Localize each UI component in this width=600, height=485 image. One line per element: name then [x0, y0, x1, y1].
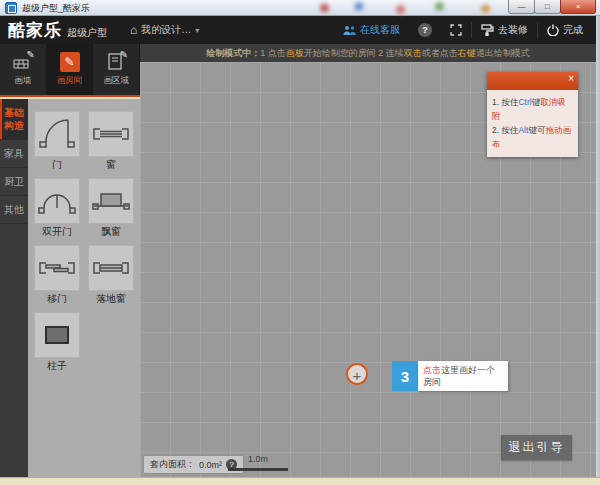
drawing-canvas[interactable]: × 1. 按住Ctrl键取消吸附 2. 按住Alt键可拖动画布 + 3 点击这里…: [140, 62, 596, 477]
bay-window-icon: [91, 181, 131, 221]
logo-sub: 超级户型: [67, 26, 107, 40]
background-blur: [290, 0, 520, 16]
double-door-icon: [37, 181, 77, 221]
tool-label: 画房间: [57, 75, 83, 87]
window-title: 超级户型_酷家乐: [22, 2, 90, 15]
window-bottom-border: [0, 477, 600, 485]
app-header: 酷家乐 超级户型 ⌂ 我的设计… ▾ 在线客服 ?: [0, 16, 600, 44]
snap-tip-line: 1. 按住Ctrl键取消吸附: [492, 95, 573, 123]
tip-key: Ctrl: [518, 97, 531, 107]
palette-item-door[interactable]: 门: [34, 111, 80, 171]
tip-text: 2. 按住: [492, 125, 518, 135]
people-icon: [343, 25, 356, 36]
maximize-icon: □: [545, 2, 550, 11]
hint-highlight: 右键: [458, 47, 476, 60]
finish-button[interactable]: 完成: [538, 23, 592, 37]
hint-highlight: 双击: [404, 47, 422, 60]
app-window: 超级户型_酷家乐 — □ × 酷家乐 超级户型 ⌂ 我的设计… ▾ 在线客服: [0, 0, 600, 485]
pillar-icon: [37, 315, 77, 355]
item-palette: 门 窗 双开门 飘窗: [28, 99, 140, 477]
palette-item-label: 柱子: [34, 359, 80, 372]
guide-action: 点击: [423, 365, 441, 375]
palette-item-label: 飘窗: [88, 225, 134, 238]
snap-tip-body: 1. 按住Ctrl键取消吸附 2. 按住Alt键可拖动画布: [487, 90, 578, 157]
minimize-button[interactable]: —: [508, 0, 535, 14]
window-right-border: [596, 16, 600, 477]
hint-text: 或者点击: [422, 47, 458, 60]
app-icon: [5, 2, 17, 14]
hint-text: 退出绘制模式: [476, 47, 530, 60]
draw-tools-panel: ✎ 画墙 ✎ 画房间 ✎ 画区域: [0, 44, 140, 97]
palette-item-sliding-door[interactable]: 移门: [34, 245, 80, 305]
guide-step-number: 3: [392, 361, 418, 391]
plus-icon: +: [353, 367, 362, 384]
palette-item-double-door[interactable]: 双开门: [34, 178, 80, 238]
close-button[interactable]: ×: [560, 0, 596, 14]
tip-text: 1. 按住: [492, 97, 518, 107]
area-label: 套内面积：: [150, 458, 195, 471]
tab-basic-structure[interactable]: 基础构造: [0, 99, 28, 140]
draw-room-icon: ✎: [60, 52, 80, 72]
go-decorate-button[interactable]: 去装修: [472, 23, 537, 37]
tool-draw-wall[interactable]: ✎ 画墙: [0, 44, 47, 95]
window-titlebar: 超级户型_酷家乐 — □ ×: [0, 0, 600, 16]
snap-tip-popup: × 1. 按住Ctrl键取消吸附 2. 按住Alt键可拖动画布: [487, 72, 578, 157]
power-icon: [547, 24, 559, 36]
tab-furniture[interactable]: 家具: [0, 140, 28, 168]
palette-item-bay-window[interactable]: 飘窗: [88, 178, 134, 238]
area-value: 0.0m²: [199, 460, 222, 470]
category-tabs: 基础构造 家具 厨卫 其他: [0, 99, 28, 477]
hint-text: 开始绘制您的房间 2 连续: [304, 47, 404, 60]
app-logo: 酷家乐 超级户型: [8, 19, 107, 42]
close-icon: ×: [576, 2, 581, 11]
maximize-button[interactable]: □: [534, 0, 561, 14]
sliding-door-icon: [37, 248, 77, 288]
door-icon: [37, 114, 77, 154]
exit-guide-button[interactable]: 退出引导: [501, 435, 572, 460]
logo-main: 酷家乐: [8, 19, 62, 42]
my-design-label: 我的设计…: [141, 23, 191, 37]
tool-draw-area[interactable]: ✎ 画区域: [93, 44, 140, 95]
palette-item-label: 移门: [34, 292, 80, 305]
close-icon[interactable]: ×: [568, 73, 574, 84]
palette-item-label: 落地窗: [88, 292, 134, 305]
tab-other[interactable]: 其他: [0, 196, 28, 224]
hint-highlight: 画板: [286, 47, 304, 60]
help-button[interactable]: ?: [409, 23, 441, 37]
palette-item-pillar[interactable]: 柱子: [34, 312, 80, 372]
tool-draw-room[interactable]: ✎ 画房间: [47, 44, 94, 95]
online-service-label: 在线客服: [360, 23, 400, 37]
draw-wall-icon: ✎: [13, 52, 33, 72]
tool-label: 画墙: [14, 75, 31, 87]
snap-tip-line: 2. 按住Alt键可拖动画布: [492, 123, 573, 151]
minimize-icon: —: [518, 2, 526, 11]
fullscreen-button[interactable]: [441, 24, 471, 36]
palette-item-window[interactable]: 窗: [88, 111, 134, 171]
guide-step-tooltip: 点击这里画好一个房间: [418, 361, 508, 391]
help-icon: ?: [418, 23, 432, 37]
palette-item-label: 门: [34, 158, 80, 171]
home-icon: ⌂: [130, 23, 137, 37]
tip-key: Alt: [518, 125, 528, 135]
pencil-icon: ✎: [60, 52, 80, 72]
fullscreen-icon: [450, 24, 462, 36]
draw-start-target[interactable]: +: [346, 363, 368, 385]
tab-kitchen-bath[interactable]: 厨卫: [0, 168, 28, 196]
draw-mode-hint-bar: 绘制模式中： 1 点击 画板 开始绘制您的房间 2 连续 双击 或者点击 右键 …: [140, 44, 596, 62]
tool-label: 画区域: [103, 75, 129, 87]
paint-roller-icon: [481, 24, 494, 36]
scale-label: 1.0m: [228, 454, 288, 464]
palette-item-label: 双开门: [34, 225, 80, 238]
scale-bar: [228, 468, 288, 471]
palette-item-label: 窗: [88, 158, 134, 171]
window-icon: [91, 114, 131, 154]
chevron-down-icon: ▾: [195, 26, 199, 35]
draw-area-icon: ✎: [106, 52, 126, 72]
snap-tip-header: ×: [487, 72, 578, 90]
tip-text: 键可: [528, 125, 545, 135]
my-design-menu[interactable]: ⌂ 我的设计… ▾: [130, 23, 199, 37]
palette-item-floor-window[interactable]: 落地窗: [88, 245, 134, 305]
pencil-icon: ✎: [120, 49, 128, 60]
header-actions: 在线客服 ? 去装修 完成: [334, 16, 592, 44]
online-service-button[interactable]: 在线客服: [334, 23, 409, 37]
